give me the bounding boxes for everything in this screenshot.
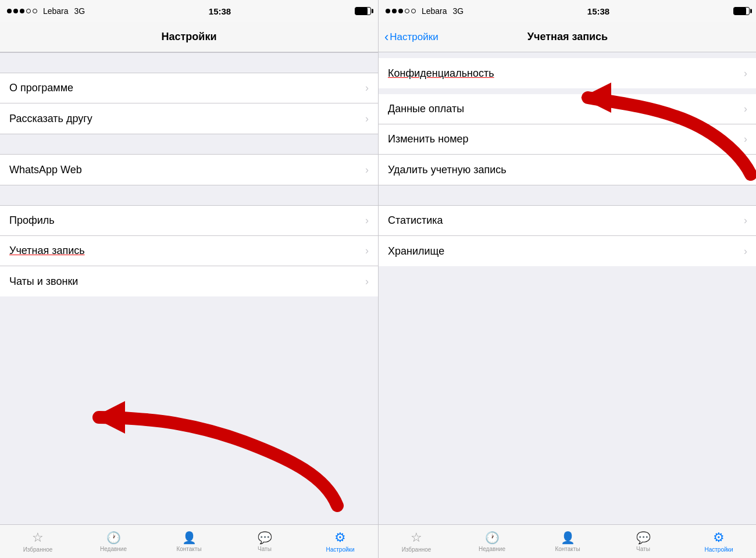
left-item-about[interactable]: О программе ›	[0, 73, 378, 103]
right-signal-dot-2	[392, 9, 397, 13]
right-tab-favorites-label: Избранное	[402, 546, 432, 553]
right-nav-back[interactable]: ‹ Настройки	[384, 31, 438, 44]
right-signal-dot-3	[398, 9, 403, 13]
left-item-whatsapp-web-text: WhatsApp Web	[9, 164, 82, 176]
left-section-1: О программе › Рассказать другу ›	[0, 73, 378, 134]
left-time: 15:38	[209, 6, 231, 16]
left-item-tell-friend[interactable]: Рассказать другу ›	[0, 103, 378, 134]
right-tab-chats-icon: 💬	[636, 531, 651, 545]
left-item-whatsapp-web[interactable]: WhatsApp Web ›	[0, 155, 378, 185]
left-battery	[355, 7, 371, 15]
left-item-profile[interactable]: Профиль ›	[0, 206, 378, 236]
right-tab-recent-icon: 🕐	[485, 531, 500, 545]
left-tab-recent[interactable]: 🕐 Недавние	[76, 525, 151, 558]
right-chevron-privacy: ›	[744, 67, 747, 80]
left-item-account-text: Учетная запись	[9, 245, 85, 257]
right-item-stats-text: Статистика	[388, 214, 443, 227]
right-item-storage-text: Хранилище	[388, 245, 444, 257]
right-item-storage[interactable]: Хранилище ›	[379, 236, 756, 266]
signal-dot-3	[20, 9, 24, 13]
right-chevron-stats: ›	[744, 214, 747, 227]
left-chevron-account: ›	[365, 245, 369, 257]
left-status-bar: Lebara 3G 15:38	[0, 0, 378, 22]
right-gap-top	[379, 52, 756, 58]
left-gap-3	[0, 185, 378, 206]
right-signal-dot-5	[411, 9, 416, 13]
right-tab-recent-label: Недавние	[479, 546, 505, 552]
left-tab-contacts-icon: 👤	[182, 531, 197, 545]
right-item-privacy[interactable]: Конфиденциальность ›	[379, 58, 756, 88]
right-tab-contacts-label: Контакты	[555, 546, 580, 552]
right-nav-back-label: Настройки	[390, 31, 438, 43]
right-battery	[733, 7, 750, 15]
signal-dot-4	[26, 9, 31, 13]
right-signal-dot-1	[386, 9, 390, 13]
right-chevron-payment: ›	[744, 103, 747, 115]
left-item-tell-friend-text: Рассказать другу	[9, 113, 92, 125]
right-tab-recent[interactable]: 🕐 Недавние	[454, 525, 530, 558]
right-gap-3	[379, 185, 756, 206]
left-chevron-whatsapp-web: ›	[365, 164, 369, 176]
left-tab-recent-label: Недавние	[100, 546, 127, 552]
left-chevron-profile: ›	[365, 214, 369, 227]
left-tab-favorites-icon: ☆	[32, 530, 44, 545]
left-nav-bar: Настройки	[0, 22, 378, 52]
right-phone: Lebara 3G 15:38 ‹ Настройки Учетная запи…	[379, 0, 756, 558]
signal-dot-2	[13, 9, 18, 13]
right-chevron-delete-account: ›	[744, 164, 747, 176]
left-tab-chats-label: Чаты	[258, 546, 272, 552]
right-status-bar: Lebara 3G 15:38	[379, 0, 756, 22]
right-tab-favorites-icon: ☆	[411, 530, 422, 545]
left-signal: Lebara 3G	[7, 6, 85, 16]
left-gap-2	[0, 134, 378, 155]
left-chevron-tell-friend: ›	[365, 113, 369, 125]
left-tab-favorites[interactable]: ☆ Избранное	[0, 525, 76, 558]
right-tab-chats[interactable]: 💬 Чаты	[605, 525, 681, 558]
left-item-about-text: О программе	[9, 82, 73, 94]
right-spacer	[379, 266, 756, 524]
right-item-privacy-text: Конфиденциальность	[388, 67, 494, 80]
left-item-chats[interactable]: Чаты и звонки ›	[0, 266, 378, 296]
left-tab-settings[interactable]: ⚙ Настройки	[302, 525, 378, 558]
right-item-stats[interactable]: Статистика ›	[379, 206, 756, 236]
left-carrier: Lebara	[43, 6, 69, 16]
left-item-chats-text: Чаты и звонки	[9, 276, 78, 288]
right-signal: Lebara 3G	[386, 6, 463, 16]
right-item-change-number-text: Изменить номер	[388, 133, 469, 145]
signal-dot-1	[7, 9, 12, 13]
left-tab-settings-label: Настройки	[326, 546, 354, 553]
left-spacer	[0, 296, 378, 524]
right-tab-chats-label: Чаты	[636, 546, 650, 552]
right-tab-favorites[interactable]: ☆ Избранное	[379, 525, 454, 558]
left-tab-settings-icon: ⚙	[334, 530, 346, 545]
battery-fill	[355, 8, 368, 15]
left-item-account[interactable]: Учетная запись ›	[0, 236, 378, 266]
right-tab-contacts[interactable]: 👤 Контакты	[530, 525, 605, 558]
right-tab-settings[interactable]: ⚙ Настройки	[681, 525, 756, 558]
right-chevron-change-number: ›	[744, 133, 747, 145]
left-tab-contacts-label: Контакты	[176, 546, 201, 552]
right-item-delete-account[interactable]: Удалить учетную запись ›	[379, 155, 756, 185]
battery-icon	[355, 7, 371, 15]
right-tab-settings-icon: ⚙	[713, 530, 725, 545]
left-tab-favorites-label: Избранное	[23, 546, 53, 553]
left-item-profile-text: Профиль	[9, 214, 55, 227]
back-chevron-icon: ‹	[384, 31, 388, 44]
right-gap-2	[379, 88, 756, 94]
right-battery-icon	[733, 7, 750, 15]
left-chevron-chats: ›	[365, 276, 369, 288]
left-tab-recent-icon: 🕐	[106, 531, 121, 545]
right-item-payment[interactable]: Данные оплаты ›	[379, 94, 756, 124]
left-tab-contacts[interactable]: 👤 Контакты	[151, 525, 227, 558]
right-tab-contacts-icon: 👤	[561, 531, 575, 545]
left-nav-title: Настройки	[162, 31, 217, 43]
right-network: 3G	[452, 6, 463, 16]
right-nav-bar: ‹ Настройки Учетная запись	[379, 22, 756, 52]
right-battery-fill	[734, 8, 746, 15]
left-tab-chats[interactable]: 💬 Чаты	[227, 525, 302, 558]
right-section-2: Данные оплаты › Изменить номер › Удалить…	[379, 94, 756, 185]
left-tab-bar: ☆ Избранное 🕐 Недавние 👤 Контакты 💬 Чаты…	[0, 524, 378, 558]
left-phone: Lebara 3G 15:38 Настройки О программе › …	[0, 0, 378, 558]
left-network: 3G	[74, 6, 85, 16]
right-item-change-number[interactable]: Изменить номер ›	[379, 124, 756, 155]
